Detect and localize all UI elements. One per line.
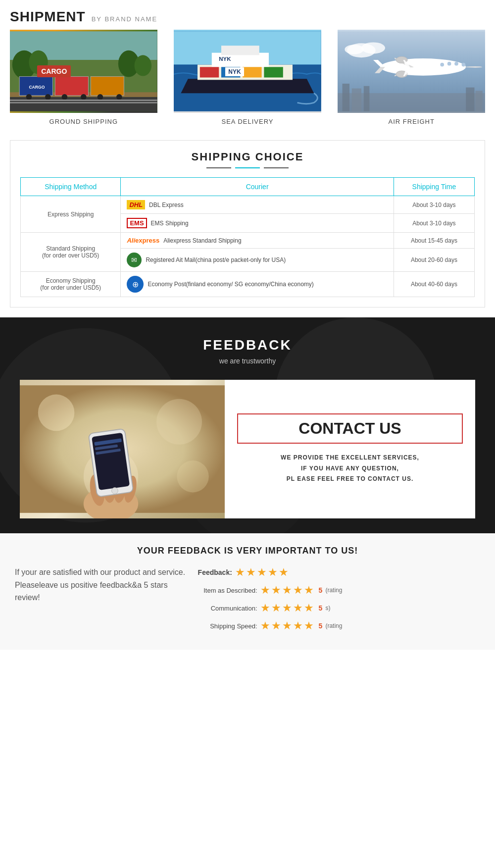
svg-point-56 [177,460,208,492]
svg-point-43 [455,62,459,66]
ems-courier-cell: EMS EMS Shipping [121,214,394,233]
feedback-section: FEEDBACK we are trustworthy [0,317,495,533]
feedback-important-text: YOUR FEEDBACK IS VERY IMPORTANT TO US! [15,546,480,556]
china-post-logo: ✉ [127,253,142,267]
star-3: ★ [257,566,267,579]
aliexpress-logo: Aliexpress [127,237,159,244]
star-4: ★ [268,566,278,579]
communication-label: Communication: [198,605,257,612]
economy-shipping-method: Economy Shipping(for order under USD5) [21,272,121,297]
un-logo: ⊕ [127,276,144,293]
feedback-bottom-section: YOUR FEEDBACK IS VERY IMPORTANT TO US! I… [0,533,495,650]
table-header-time: Shipping Time [394,178,474,196]
dhl-name: DBL Express [149,202,184,208]
svg-rect-27 [200,67,219,77]
table-row: Standard Shipping(for order over USD5) A… [21,233,475,249]
svg-point-47 [345,45,364,54]
svg-rect-28 [221,67,240,77]
table-header-courier: Courier [121,178,394,196]
shipping-table: Shipping Method Courier Shipping Time Ex… [20,177,475,297]
shipping-speed-label: Shipping Speed: [198,622,257,630]
chinapost-courier-cell: ✉ Registered Ait Mail(china post/e packe… [121,249,394,272]
feedback-label: Feedback: [198,568,232,576]
ground-shipping-card: CARGO GROUND SHIPPING [10,30,157,125]
svg-rect-29 [243,67,261,77]
economy-courier-cell: ⊕ Economy Post(finland economy/ SG econo… [121,272,394,297]
shipping-speed-suffix: (rating [325,622,342,629]
item-described-label: Item as Described: [198,587,257,594]
page-subtitle: BY BRAND NAME [92,15,157,23]
standard-shipping-method: Standard Shipping(for order over USD5) [21,233,121,272]
svg-point-39 [396,56,407,63]
ems-name: EMS Shipping [151,220,189,227]
aliexpress-time: About 15-45 days [394,233,474,249]
svg-rect-34 [352,89,361,111]
economy-time: About 40-60 days [394,272,474,297]
contact-card: CONTACT US WE PROVIDE THE EXCELLENT SERV… [20,380,475,518]
page-title: SHIPMENT [10,9,86,25]
shipping-images-row: CARGO GROUND SHIPPING [0,30,495,130]
svg-point-41 [441,63,445,67]
item-described-stars: ★ ★ ★ ★ ★ [260,584,314,597]
svg-rect-25 [221,46,259,55]
svg-point-15 [81,94,87,100]
item-described-row: Item as Described: ★ ★ ★ ★ ★ 5 (rating [198,584,480,597]
shipping-choice-title: SHIPPING CHOICE [20,151,475,163]
chinapost-time: About 20-60 days [394,249,474,272]
svg-text:CARGO: CARGO [29,85,45,90]
communication-row: Communication: ★ ★ ★ ★ ★ 5 s) [198,602,480,614]
communication-num: 5 [319,604,323,612]
dhl-logo: DHL [127,200,145,209]
contact-description: WE PROVIDE THE EXCELLENT SERVICES, IF YO… [237,453,463,485]
svg-rect-36 [466,88,475,111]
star-5: ★ [279,566,289,579]
svg-text:NYK: NYK [219,56,231,62]
divider-right [264,167,289,168]
plane-image [338,30,485,113]
shipping-speed-num: 5 [319,622,323,630]
sea-delivery-card: NYK SEA DELIVERY [174,30,321,125]
feedback-title: FEEDBACK [10,337,485,353]
air-freight-card: AIR FREIGHT [338,30,485,125]
svg-rect-9 [55,77,88,96]
table-row: Express Shipping DHL DBL Express About 3… [21,196,475,214]
feedback-main-row: Feedback: ★ ★ ★ ★ ★ [198,566,480,579]
contact-us-title: CONTACT US [237,413,463,444]
star-1: ★ [235,566,245,579]
communication-suffix: s) [325,605,330,612]
svg-rect-10 [91,77,124,96]
economy-name: Economy Post(finland economy/ SG economy… [148,281,314,288]
svg-rect-35 [364,86,370,111]
svg-point-5 [29,51,48,74]
feedback-columns: If your are satisfied with our product a… [15,566,480,637]
ems-logo: EMS [127,218,147,228]
svg-point-17 [116,94,122,100]
svg-point-38 [381,58,466,76]
svg-rect-33 [343,84,349,111]
chinapost-name: Registered Ait Mail(china post/e packet-… [146,256,286,263]
svg-rect-37 [476,91,483,111]
svg-point-53 [38,395,75,431]
contact-image [20,380,225,518]
aliexpress-courier-cell: Aliexpress Aliexpress Standard Shipping [121,233,394,249]
air-freight-label: AIR FREIGHT [389,118,435,125]
shipping-speed-row: Shipping Speed: ★ ★ ★ ★ ★ 5 (rating [198,619,480,632]
feedback-ratings: Feedback: ★ ★ ★ ★ ★ Item as Described: ★… [198,566,480,637]
svg-rect-30 [264,67,283,77]
feedback-subtitle: we are trustworthy [10,357,485,365]
svg-point-40 [396,71,407,77]
svg-point-16 [98,94,103,100]
item-described-num: 5 [319,586,323,594]
shipping-speed-stars: ★ ★ ★ ★ ★ [260,619,314,632]
svg-point-7 [135,55,152,76]
item-described-suffix: (rating [325,587,342,594]
svg-point-12 [26,94,32,100]
svg-point-44 [462,63,466,67]
divider-accent [235,167,260,168]
communication-stars: ★ ★ ★ ★ ★ [260,602,314,614]
ems-time: About 3-10 days [394,214,474,233]
title-divider [20,167,475,168]
svg-point-13 [45,94,51,100]
table-row: Economy Shipping(for order under USD5) ⊕… [21,272,475,297]
shipping-choice-section: SHIPPING CHOICE Shipping Method Courier … [10,140,485,307]
